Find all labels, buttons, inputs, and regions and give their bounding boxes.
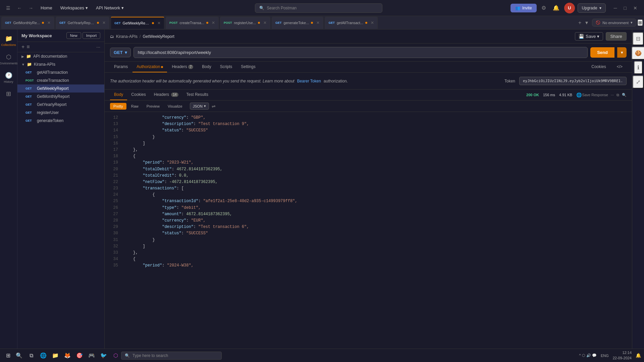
share-button[interactable]: Share (606, 32, 627, 41)
sidebar-collections-btn[interactable]: 📁 Collections (1, 32, 16, 49)
forward-button[interactable]: → (26, 4, 35, 12)
json-format-select[interactable]: JSON ▾ (190, 103, 209, 110)
taskbar-folder-icon[interactable]: 📁 (50, 350, 61, 361)
sidebar-item-generatetoken[interactable]: GET generateToken (17, 117, 104, 125)
home-link[interactable]: Home (38, 4, 55, 12)
sidebar-item-registeruser[interactable]: GET registerUser (17, 109, 104, 117)
globe-button[interactable]: 🌐 (576, 93, 582, 98)
breadcrumb-collection-link[interactable]: Kirana-APIs (116, 34, 138, 39)
tab-getmonthlyre...[interactable]: GET GetMonthlyRe...✕ (1, 17, 54, 29)
start-button[interactable]: ⊞ (3, 350, 14, 361)
json-line-21: 21 "totalCredit": 0.0, (105, 173, 632, 179)
add-tab-button[interactable]: + (577, 18, 583, 27)
resp-body-tab[interactable]: Body (110, 89, 127, 100)
taskbar-app2-icon[interactable]: 🎯 (74, 350, 85, 361)
new-button[interactable]: New (66, 32, 81, 39)
response-more-button[interactable]: ··· (611, 93, 614, 97)
fmt-tab-pretty[interactable]: Pretty (110, 103, 126, 110)
sidebar-extra-btn[interactable]: ⊞ (1, 87, 16, 100)
workspaces-button[interactable]: Workspaces ▾ (58, 4, 91, 12)
response-actions: Save Response ··· ⧉ 🔍 (582, 93, 627, 97)
json-line-27: 27 "amount": 4672.8144187362395, (105, 211, 632, 218)
send-button[interactable]: Send (590, 47, 614, 58)
right-sidebar-toggle[interactable]: ⊟ (633, 32, 644, 45)
search-response-button[interactable]: 🔍 (622, 93, 627, 97)
sidebar-item-getmonthlyreport[interactable]: GET GetMonthlyReport (17, 93, 104, 101)
token-input[interactable] (519, 77, 627, 85)
layout-button[interactable]: ⊞ (638, 19, 643, 26)
avatar[interactable]: U (564, 3, 575, 13)
minimize-button[interactable]: ─ (611, 4, 620, 12)
filter-format-button[interactable]: ⇌ (212, 104, 216, 109)
invite-button[interactable]: 👥 Invite (511, 4, 537, 12)
fmt-tab-raw[interactable]: Raw (128, 103, 142, 110)
maximize-button[interactable]: □ (621, 4, 629, 12)
sidebar-item-getalltransaction[interactable]: GET getAllTransaction (17, 68, 104, 76)
tab-getalltransact...[interactable]: GET getAllTransact...✕ (325, 17, 378, 29)
bearer-token-link[interactable]: Bearer Token (297, 79, 321, 83)
tab-createtransa...[interactable]: POST createTransa...✕ (166, 17, 219, 29)
tabs-overflow-button[interactable]: ▾ (584, 18, 589, 27)
req-tab-headers[interactable]: Headers7 (168, 62, 197, 72)
code-snippet-button[interactable]: </> (613, 62, 627, 72)
copy-response-button[interactable]: ⧉ (616, 93, 619, 97)
request-right-actions: Cookies </> (587, 62, 627, 72)
resp-test-results-tab[interactable]: Test Results (182, 89, 212, 100)
tab-getyearlyrepc...[interactable]: GET GetYearlyRepc...✕ (56, 17, 109, 29)
sidebar-item-getyearlyreport[interactable]: GET GetYearlyReport (17, 101, 104, 109)
req-tab-scripts[interactable]: Scripts (216, 62, 236, 72)
more-options-button[interactable]: ··· (96, 44, 100, 50)
sidebar-item-kirana-apis[interactable]: ▼ 📁 Kirana-APIs (17, 60, 104, 68)
save-button[interactable]: 💾 Save ▾ (575, 32, 603, 41)
tab-getweeklyrep...[interactable]: GET GetWeeklyRep...✕ (111, 17, 164, 29)
breadcrumb-current: GetWeeklyReport (143, 34, 174, 39)
resp-headers-tab[interactable]: Headers 14 (150, 89, 182, 100)
filter-collections-button[interactable]: ≡ (26, 44, 30, 50)
sidebar-item-apidocumentation[interactable]: ▶ 📁 API documentation (17, 52, 104, 60)
menu-button[interactable]: ☰ (4, 4, 12, 12)
sidebar-item-getweeklyreport[interactable]: GET GetWeeklyReport (17, 84, 104, 93)
notifications-button[interactable]: 🔔 (551, 3, 561, 13)
tab-registeruse...[interactable]: POST registerUse...✕ (220, 17, 270, 29)
settings-button[interactable]: ⚙ (539, 3, 548, 13)
taskbar-search-icon[interactable]: 🔍 (14, 350, 24, 361)
collections-icon: 📁 (5, 35, 12, 42)
right-expand-button[interactable]: ⤢ (633, 75, 644, 88)
token-label: Token (504, 79, 515, 83)
req-tab-params[interactable]: Params (110, 62, 132, 72)
notifications-taskbar-button[interactable]: 🔔 (636, 353, 641, 358)
taskbar-app5-icon[interactable]: ⬡ (110, 350, 121, 361)
sidebar-item-createtransaction[interactable]: POST createTransaction (17, 76, 104, 84)
import-button[interactable]: Import (83, 32, 100, 39)
save-response-button[interactable]: Save Response (582, 93, 608, 97)
tab-generatetoke...[interactable]: GET generateToke...✕ (272, 17, 323, 29)
send-dropdown-button[interactable]: ▾ (617, 47, 627, 58)
taskbar-app4-icon[interactable]: 🐦 (98, 350, 109, 361)
req-tab-authorization[interactable]: Authorization (132, 62, 167, 72)
taskbar-app1-icon[interactable]: 🦊 (62, 350, 73, 361)
fmt-tab-visualize[interactable]: Visualize (164, 103, 186, 110)
right-cookies-button[interactable]: 🍪 (632, 47, 644, 60)
api-network-button[interactable]: API Network ▾ (93, 4, 126, 12)
add-collection-button[interactable]: + (21, 44, 24, 50)
right-info-button[interactable]: ℹ (634, 61, 643, 74)
cookies-link[interactable]: Cookies (587, 62, 610, 72)
json-viewer[interactable]: 12 "currency": "GBP",13 "description": "… (105, 112, 632, 351)
env-selector[interactable]: 🚫 No environment ▾ (592, 19, 636, 26)
sidebar-history-btn[interactable]: 🕐 History (1, 69, 16, 86)
taskbar-search-bar[interactable]: 🔍 Type here to search (121, 352, 222, 360)
fmt-tab-preview[interactable]: Preview (143, 103, 163, 110)
sidebar-environments-btn[interactable]: ⬡ Environments (1, 51, 16, 68)
search-bar[interactable]: 🔍 Search Postman (255, 3, 382, 13)
back-button[interactable]: ← (15, 4, 24, 12)
method-select[interactable]: GET ▾ (110, 48, 131, 57)
taskbar-chrome-icon[interactable]: 🌐 (38, 350, 49, 361)
resp-cookies-tab[interactable]: Cookies (127, 89, 150, 100)
close-button[interactable]: ✕ (631, 4, 640, 12)
upgrade-button[interactable]: Upgrade ▾ (578, 3, 606, 13)
taskbar-app3-icon[interactable]: 🎮 (86, 350, 97, 361)
url-input[interactable] (133, 47, 588, 58)
taskbar-task-view[interactable]: ⧉ (26, 350, 37, 361)
req-tab-body[interactable]: Body (198, 62, 215, 72)
req-tab-settings[interactable]: Settings (237, 62, 259, 72)
